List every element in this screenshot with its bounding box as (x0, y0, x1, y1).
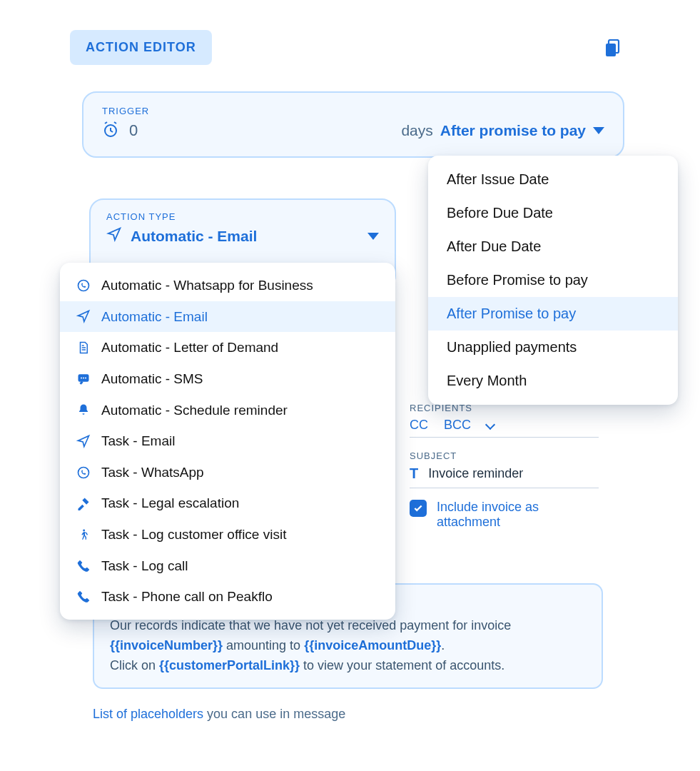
action-type-select[interactable]: Automatic - Email (106, 226, 379, 246)
svg-rect-1 (606, 44, 616, 56)
trigger-days-input[interactable]: 0 (129, 121, 138, 140)
checkbox-checked-icon (410, 500, 427, 517)
chevron-down-icon[interactable] (485, 419, 495, 429)
action-option-label: Task - Log customer office visit (101, 525, 286, 544)
action-type-selected: Automatic - Email (131, 228, 257, 245)
right-fields: RECIPIENTS CC BCC SUBJECT T Invoice remi… (410, 403, 599, 530)
subject-input[interactable]: Invoice reminder (428, 466, 523, 481)
text-icon: T (410, 465, 418, 482)
doc-icon (76, 341, 91, 355)
days-text: days (401, 122, 432, 139)
action-option-label: Automatic - SMS (101, 370, 203, 388)
trigger-option[interactable]: Unapplied payments (428, 331, 678, 364)
subject-label: SUBJECT (410, 450, 599, 461)
action-option[interactable]: Task - Legal escalation (60, 488, 395, 519)
trigger-option[interactable]: Before Due Date (428, 196, 678, 230)
include-attachment-label: Include invoice as attachment (437, 500, 599, 530)
placeholder-customer-portal-link: {{customerPortalLink}} (159, 658, 300, 672)
action-option-label: Task - Log call (101, 557, 188, 575)
action-option[interactable]: Task - WhatsApp (60, 457, 395, 488)
trigger-option[interactable]: After Issue Date (428, 163, 678, 196)
whatsapp-icon (76, 465, 91, 480)
placeholder-invoice-number: {{invoiceNumber}} (110, 638, 223, 652)
action-option-label: Automatic - Letter of Demand (101, 338, 278, 357)
bell-icon (76, 403, 91, 417)
send-icon (76, 309, 91, 323)
recipients-cc[interactable]: CC (410, 418, 428, 433)
action-option[interactable]: Automatic - Schedule reminder (60, 395, 395, 426)
trigger-option[interactable]: Before Promise to pay (428, 263, 678, 297)
send-icon (106, 226, 122, 246)
trigger-option[interactable]: Every Month (428, 364, 678, 398)
action-editor-badge: ACTION EDITOR (70, 30, 212, 65)
legal-icon (76, 496, 91, 510)
action-option[interactable]: Task - Email (60, 425, 395, 457)
trigger-timing-selected: After promise to pay (440, 122, 586, 139)
action-option-label: Automatic - Email (101, 308, 208, 326)
walk-icon (76, 527, 91, 543)
action-option-label: Task - Legal escalation (101, 494, 239, 513)
action-option[interactable]: Automatic - Whatsapp for Business (60, 270, 395, 301)
include-attachment-toggle[interactable]: Include invoice as attachment (410, 500, 599, 530)
phone-icon (76, 559, 91, 573)
action-option-label: Task - Email (101, 432, 175, 450)
action-option[interactable]: Task - Log customer office visit (60, 519, 395, 550)
placeholder-invoice-amount: {{invoiceAmountDue}} (304, 638, 441, 652)
action-option[interactable]: Automatic - SMS (60, 363, 395, 395)
action-option-label: Automatic - Whatsapp for Business (101, 276, 313, 295)
svg-point-5 (81, 377, 82, 378)
trigger-option[interactable]: After Promise to pay (428, 297, 678, 331)
whatsapp-icon (76, 278, 91, 293)
svg-point-3 (78, 280, 89, 291)
action-option-label: Task - Phone call on Peakflo (101, 588, 273, 606)
chevron-down-icon (593, 127, 604, 134)
copy-icon[interactable] (604, 39, 622, 61)
placeholders-link[interactable]: List of placeholders (93, 707, 203, 721)
action-option[interactable]: Task - Log call (60, 550, 395, 582)
action-option[interactable]: Task - Phone call on Peakflo (60, 581, 395, 613)
svg-point-7 (85, 377, 86, 378)
trigger-timing-select[interactable]: After promise to pay (440, 122, 604, 139)
action-option[interactable]: Automatic - Letter of Demand (60, 332, 395, 363)
action-option-label: Automatic - Schedule reminder (101, 401, 288, 420)
action-option-label: Task - WhatsApp (101, 463, 204, 482)
action-type-menu: Automatic - Whatsapp for BusinessAutomat… (60, 263, 395, 620)
phone-icon (76, 590, 91, 604)
action-option[interactable]: Automatic - Email (60, 301, 395, 333)
placeholders-help: List of placeholders you can use in mess… (93, 707, 345, 722)
trigger-timing-menu: After Issue DateBefore Due DateAfter Due… (428, 156, 678, 405)
trigger-label: TRIGGER (102, 106, 604, 116)
sms-icon (76, 373, 91, 386)
svg-point-8 (78, 467, 89, 478)
svg-point-6 (83, 377, 84, 378)
trigger-card: TRIGGER 0 days After promise to pay (82, 91, 624, 158)
recipients-bcc[interactable]: BCC (444, 418, 471, 433)
trigger-option[interactable]: After Due Date (428, 230, 678, 263)
action-type-label: ACTION TYPE (106, 211, 379, 222)
chevron-down-icon (367, 233, 379, 240)
send-icon (76, 434, 91, 448)
clock-icon (102, 121, 119, 141)
svg-point-9 (83, 529, 85, 531)
